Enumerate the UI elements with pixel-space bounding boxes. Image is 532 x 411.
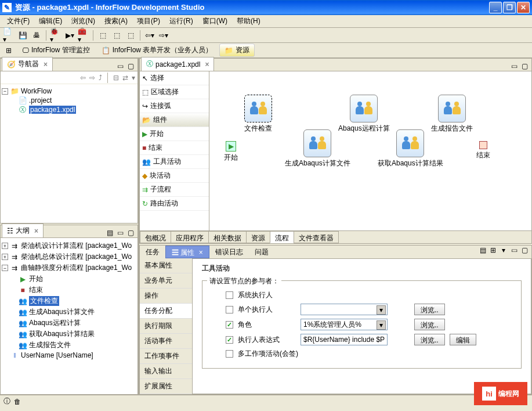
minimize-view-icon[interactable]: ▭ <box>509 246 519 255</box>
btab-resource[interactable]: 资源 <box>246 231 270 243</box>
new-dropdown-button[interactable]: 📄▾ <box>2 29 15 42</box>
close-icon[interactable]: × <box>44 60 48 68</box>
perspective-formdev[interactable]: 📋 InforFlow 表单开发（业务人员） <box>97 44 218 56</box>
view-menu-icon[interactable]: ▾ <box>132 74 135 82</box>
close-icon[interactable]: × <box>34 227 38 235</box>
outline-child-report[interactable]: 👥生成报告文件 <box>2 340 136 351</box>
palette-start[interactable]: ▶开始 <box>140 127 209 141</box>
palette-category[interactable]: 📂组件 <box>140 113 209 127</box>
palette-route[interactable]: ↻路由活动 <box>140 197 209 211</box>
navigator-tree[interactable]: − 📁 WorkFlow 📄 .project Ⓧ package1.xpdl <box>1 84 137 223</box>
outline-child-fetch[interactable]: 👥获取Abaqus计算结果 <box>2 329 136 340</box>
ps-workevent[interactable]: 工作项事件 <box>140 349 192 364</box>
perspective-monitor[interactable]: 🖵 InforFlow 管理监控 <box>17 44 95 56</box>
tab-problems[interactable]: 问题 <box>249 246 274 258</box>
btab-overview[interactable]: 包概况 <box>140 231 171 243</box>
checkbox-expr[interactable] <box>226 336 233 344</box>
close-icon[interactable]: × <box>205 60 209 68</box>
outline-flow-1[interactable]: +⇉柴油机设计计算流程 [package1_Wo <box>2 240 136 251</box>
node-start[interactable]: ▶开始 <box>224 141 238 163</box>
node-end[interactable]: 结束 <box>476 141 490 160</box>
select-role[interactable]: 1%系统管理人员% <box>301 319 388 330</box>
minimize-button[interactable]: _ <box>489 2 502 13</box>
maximize-view-icon[interactable]: ▢ <box>520 62 529 71</box>
minimize-view-icon[interactable]: ▭ <box>509 62 519 71</box>
menu-edit[interactable]: 编辑(E) <box>34 15 67 27</box>
node-filecheck[interactable]: 文件检查 <box>244 95 272 134</box>
ps-basic[interactable]: 基本属性 <box>140 258 192 273</box>
btab-app[interactable]: 应用程序 <box>171 231 209 243</box>
browse-button-single[interactable]: 浏览.. <box>414 304 445 315</box>
tab-tasks[interactable]: 任务 <box>140 246 165 258</box>
palette-subflow[interactable]: ⇉子流程 <box>140 183 209 197</box>
nav-fwd-button[interactable]: ⇨▾ <box>157 29 170 42</box>
close-button[interactable]: ✕ <box>517 2 530 13</box>
tool-button-1[interactable]: ⬚ <box>96 29 109 42</box>
perspective-resource[interactable]: 📁 资源 <box>219 44 255 57</box>
gc-icon[interactable]: 🗑 <box>14 398 21 406</box>
minimize-view-icon[interactable]: ▭ <box>115 228 125 237</box>
select-single[interactable] <box>301 304 388 315</box>
node-report[interactable]: 生成报告文件 <box>431 95 473 134</box>
node-fetch[interactable]: 获取Abaqus计算结果 <box>378 129 443 168</box>
palette-connect[interactable]: ↪连接弧 <box>140 99 209 113</box>
ps-deadline[interactable]: 执行期限 <box>140 319 192 334</box>
ps-assignment[interactable]: 任务分配 <box>140 304 192 319</box>
outline-child-filecheck[interactable]: 👥文件检查 <box>2 295 136 307</box>
outline-tree[interactable]: +⇉柴油机设计计算流程 [package1_Wo +⇉柴油机总体设计流程 [pa… <box>1 238 137 394</box>
nav-up-icon[interactable]: ⤴ <box>99 74 102 82</box>
ps-action[interactable]: 操作 <box>140 289 192 304</box>
maximize-view-icon[interactable]: ▢ <box>126 62 135 71</box>
tab-properties[interactable]: ☰ 属性 × <box>165 246 209 258</box>
menu-window[interactable]: 窗口(W) <box>198 15 232 27</box>
tab-errorlog[interactable]: 错误日志 <box>209 246 249 258</box>
open-perspective-button[interactable]: ⊞ <box>2 44 15 57</box>
checkbox-sysexec[interactable] <box>226 291 233 299</box>
outline-child-gen[interactable]: 👥生成Abaqus计算文件 <box>2 307 136 318</box>
ps-ext[interactable]: 扩展属性 <box>140 379 192 394</box>
collapse-icon[interactable]: − <box>2 88 8 95</box>
navigator-tab[interactable]: 🧭 导航器 × <box>2 57 53 71</box>
nav-back-icon[interactable]: ⇦ <box>80 74 86 82</box>
outline-child-remote[interactable]: 👥Abaqus远程计算 <box>2 318 136 329</box>
maximize-button[interactable]: ❐ <box>503 2 516 13</box>
ps-io[interactable]: 输入输出 <box>140 364 192 379</box>
btab-fileviewer[interactable]: 文件查看器 <box>294 231 339 243</box>
palette-block[interactable]: ◆块活动 <box>140 169 209 183</box>
menu-project[interactable]: 项目(P) <box>132 15 165 27</box>
edit-button-expr[interactable]: 编辑 <box>450 334 476 345</box>
tool-button-2[interactable]: ⬚ <box>110 29 123 42</box>
close-icon[interactable]: × <box>199 248 203 257</box>
menu-file[interactable]: 文件(F) <box>2 15 34 27</box>
btab-flow[interactable]: 流程 <box>270 231 294 243</box>
debug-button[interactable]: 🐞▾ <box>49 29 62 42</box>
input-expr[interactable] <box>301 334 388 345</box>
palette-end[interactable]: ■结束 <box>140 141 209 155</box>
checkbox-single[interactable] <box>226 306 233 313</box>
collapse-icon[interactable]: − <box>2 265 8 271</box>
tree-item-xpdl[interactable]: Ⓧ package1.xpdl <box>2 105 136 114</box>
props-toolbar-icon[interactable]: ▤ <box>478 246 487 255</box>
menu-search[interactable]: 搜索(A) <box>100 15 132 27</box>
node-remote[interactable]: Abaqus远程计算 <box>338 95 390 134</box>
expand-icon[interactable]: + <box>2 243 8 249</box>
tree-root[interactable]: − 📁 WorkFlow <box>2 86 136 96</box>
ext-tools-button[interactable]: 🧰▾ <box>77 29 90 42</box>
menu-run[interactable]: 运行(R) <box>165 15 198 27</box>
checkbox-multi[interactable] <box>226 350 233 358</box>
menu-help[interactable]: 帮助(H) <box>232 15 265 27</box>
collapse-all-icon[interactable]: ⊟ <box>113 74 119 82</box>
browse-button-expr[interactable]: 浏览.. <box>414 334 445 345</box>
run-button[interactable]: ▶▾ <box>63 29 76 42</box>
browse-button-role[interactable]: 浏览.. <box>414 319 445 330</box>
outline-child-end[interactable]: ■结束 <box>2 284 136 295</box>
ps-actevent[interactable]: 活动事件 <box>140 334 192 349</box>
checkbox-role[interactable] <box>226 321 233 329</box>
palette-tool[interactable]: 👥工具活动 <box>140 155 209 169</box>
workflow-canvas[interactable]: ▶开始 文件检查 生成Abaqus计算文件 Abaqus远程计算 获取Abaqu… <box>209 71 531 230</box>
tree-item-project[interactable]: 📄 .project <box>2 96 136 105</box>
view-menu-icon[interactable]: ▾ <box>499 246 508 255</box>
print-button[interactable]: 🖶 <box>30 29 43 42</box>
ps-bizunit[interactable]: 业务单元 <box>140 273 192 289</box>
outline-child-start[interactable]: ▶开始 <box>2 273 136 284</box>
